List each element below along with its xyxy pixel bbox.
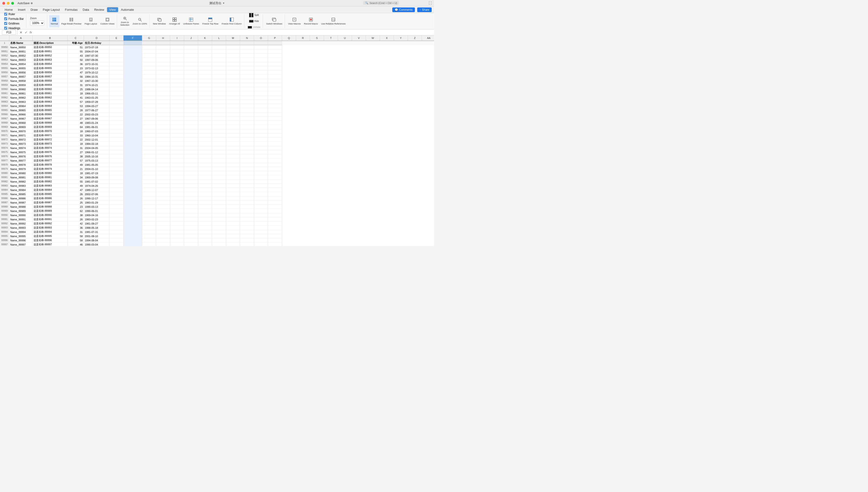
cell-i[interactable] xyxy=(170,238,184,243)
cell-g[interactable] xyxy=(142,146,156,150)
cell-g[interactable] xyxy=(142,188,156,192)
cell-n[interactable] xyxy=(240,87,254,91)
cell-e[interactable] xyxy=(109,117,124,121)
cell-j[interactable] xyxy=(184,150,198,154)
cell-name[interactable]: Name_99966 xyxy=(9,113,33,117)
header-cell-desc[interactable]: 描述-Description xyxy=(33,41,68,45)
cell-desc[interactable]: 这是名称-99962 xyxy=(33,96,68,100)
cell-h[interactable] xyxy=(156,75,170,79)
cell-e[interactable] xyxy=(109,209,124,213)
cell-h[interactable] xyxy=(156,192,170,196)
cell-l[interactable] xyxy=(212,213,226,217)
zoom-to-100-button[interactable]: 1:1 Zoom to 100% xyxy=(131,15,149,27)
cell-k[interactable] xyxy=(198,150,212,154)
cell-e[interactable] xyxy=(109,70,124,75)
cell-e[interactable] xyxy=(109,62,124,66)
cell-birthday[interactable]: 1989-12-07 xyxy=(84,188,109,192)
cell-birthday[interactable]: 1983-01-29 xyxy=(84,200,109,205)
cell-name[interactable]: Name_99965 xyxy=(9,108,33,113)
row-number[interactable]: 99963 xyxy=(0,100,9,104)
cell-j[interactable] xyxy=(184,70,198,75)
cell-g[interactable] xyxy=(142,58,156,62)
cell-birthday[interactable]: 1990-03-04 xyxy=(84,243,109,246)
cell-h[interactable] xyxy=(156,175,170,179)
cell-h[interactable] xyxy=(156,117,170,121)
cell-k[interactable] xyxy=(198,238,212,243)
cell-o[interactable] xyxy=(254,205,268,209)
cell-k[interactable] xyxy=(198,83,212,87)
cell-name[interactable]: Name_99950 xyxy=(9,45,33,49)
col-header-o[interactable]: O xyxy=(254,35,268,41)
cell-birthday[interactable]: 1984-02-18 xyxy=(84,142,109,146)
cell-o[interactable] xyxy=(254,184,268,188)
cell-m[interactable] xyxy=(226,66,240,70)
cell-desc[interactable]: 这是名称-99997 xyxy=(33,243,68,246)
header-cell-j[interactable] xyxy=(184,41,198,45)
cell-p[interactable] xyxy=(268,213,282,217)
cell-n[interactable] xyxy=(240,217,254,222)
cell-h[interactable] xyxy=(156,87,170,91)
cell-p[interactable] xyxy=(268,154,282,158)
cell-age[interactable]: 22 xyxy=(68,113,84,117)
col-header-l[interactable]: L xyxy=(212,35,226,41)
cell-name[interactable]: Name_99991 xyxy=(9,217,33,222)
new-window-button[interactable]: New Window xyxy=(152,15,167,27)
cell-desc[interactable]: 这是名称-99983 xyxy=(33,184,68,188)
cell-age[interactable]: 38 xyxy=(68,154,84,158)
cell-desc[interactable]: 这是名称-99976 xyxy=(33,154,68,158)
cell-o[interactable] xyxy=(254,196,268,200)
row-number[interactable]: 99985 xyxy=(0,192,9,196)
cell-e[interactable] xyxy=(109,133,124,138)
cell-k[interactable] xyxy=(198,66,212,70)
cell-o[interactable] xyxy=(254,158,268,163)
cell-age[interactable]: 64 xyxy=(68,125,84,129)
cell-f[interactable] xyxy=(124,196,142,200)
cell-k[interactable] xyxy=(198,62,212,66)
cell-m[interactable] xyxy=(226,113,240,117)
cell-i[interactable] xyxy=(170,222,184,226)
cell-j[interactable] xyxy=(184,213,198,217)
cell-name[interactable]: Name_99984 xyxy=(9,188,33,192)
cell-desc[interactable]: 这是名称-99986 xyxy=(33,196,68,200)
cell-m[interactable] xyxy=(226,192,240,196)
cell-e[interactable] xyxy=(109,234,124,238)
cell-k[interactable] xyxy=(198,158,212,163)
cell-g[interactable] xyxy=(142,113,156,117)
cell-g[interactable] xyxy=(142,121,156,125)
cell-l[interactable] xyxy=(212,205,226,209)
cell-m[interactable] xyxy=(226,87,240,91)
cell-n[interactable] xyxy=(240,45,254,49)
cell-g[interactable] xyxy=(142,125,156,129)
cell-m[interactable] xyxy=(226,205,240,209)
row-number[interactable]: 99992 xyxy=(0,222,9,226)
cell-age[interactable]: 46 xyxy=(68,243,84,246)
cell-g[interactable] xyxy=(142,62,156,66)
cell-g[interactable] xyxy=(142,104,156,108)
cell-o[interactable] xyxy=(254,100,268,104)
cell-birthday[interactable]: 1977-06-27 xyxy=(84,108,109,113)
cell-k[interactable] xyxy=(198,125,212,129)
cell-k[interactable] xyxy=(198,121,212,125)
cell-f[interactable] xyxy=(124,175,142,179)
cell-p[interactable] xyxy=(268,58,282,62)
cell-g[interactable] xyxy=(142,222,156,226)
cell-desc[interactable]: 这是名称-99995 xyxy=(33,234,68,238)
row-number[interactable]: 99993 xyxy=(0,226,9,230)
cell-g[interactable] xyxy=(142,154,156,158)
cell-i[interactable] xyxy=(170,91,184,96)
cell-name[interactable]: Name_99992 xyxy=(9,222,33,226)
cell-o[interactable] xyxy=(254,163,268,167)
cell-h[interactable] xyxy=(156,79,170,83)
cell-k[interactable] xyxy=(198,196,212,200)
cell-i[interactable] xyxy=(170,200,184,205)
cell-birthday[interactable]: 2004-07-04 xyxy=(84,49,109,54)
cell-birthday[interactable]: 1981-05-05 xyxy=(84,163,109,167)
record-macro-button[interactable]: Record Macro xyxy=(303,15,319,27)
row-num-header[interactable]: 1 xyxy=(0,41,9,45)
cell-j[interactable] xyxy=(184,146,198,150)
cell-desc[interactable]: 这是名称-99980 xyxy=(33,171,68,175)
cell-i[interactable] xyxy=(170,142,184,146)
menu-page-layout[interactable]: Page Layout xyxy=(41,7,62,12)
row-number[interactable]: 99975 xyxy=(0,150,9,154)
cell-birthday[interactable]: 1967-09-06 xyxy=(84,117,109,121)
